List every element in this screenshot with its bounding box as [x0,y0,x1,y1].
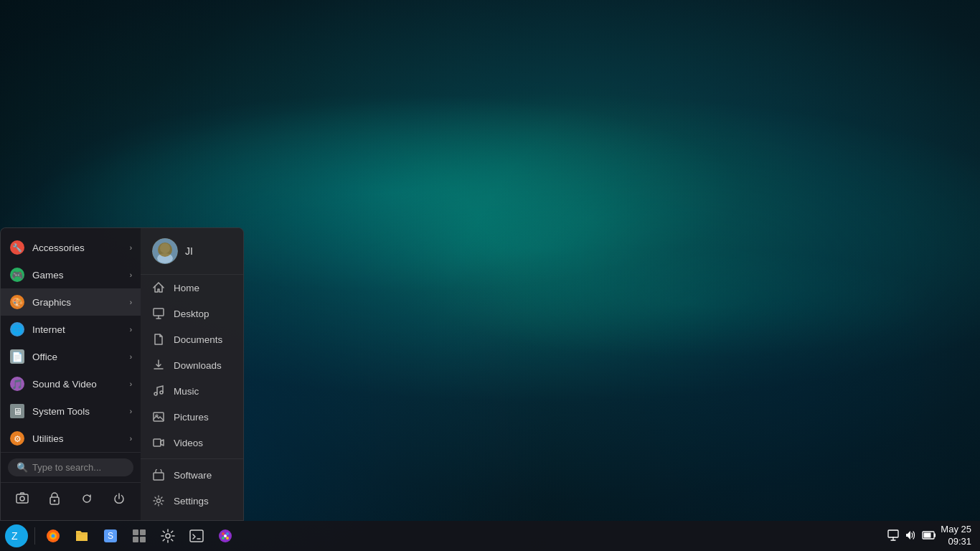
search-input[interactable] [32,462,125,473]
menu-item-games[interactable]: 🎮 Games › [1,261,141,288]
music-label: Music [174,386,199,397]
sound-video-arrow: › [130,380,132,388]
videos-label: Videos [174,438,203,448]
svg-rect-40 [140,537,146,542]
right-item-downloads[interactable]: Downloads [141,352,243,378]
svg-point-48 [224,534,227,537]
pictures-label: Pictures [174,412,209,423]
desktop-icon [152,307,165,320]
start-menu: 🔧 Accessories › 🎮 Games › [0,227,244,521]
svg-rect-37 [133,529,138,535]
search-icon: 🔍 [17,462,28,473]
svg-rect-42 [190,530,203,542]
menu-item-internet[interactable]: 🌐 Internet › [1,316,141,343]
svg-point-44 [222,532,225,535]
svg-text:🎵: 🎵 [11,378,24,390]
right-item-documents[interactable]: Documents [141,326,243,352]
user-section[interactable]: JI [141,228,243,275]
downloads-label: Downloads [174,360,222,371]
internet-arrow: › [130,326,132,334]
sound-icon[interactable] [905,529,916,543]
menu-item-utilities[interactable]: ⚙ Utilities › [1,425,141,452]
desktop-label: Desktop [174,309,209,319]
taskbar-settings[interactable] [154,522,182,550]
right-item-settings[interactable]: Settings [141,488,243,514]
utilities-icon: ⚙ [9,430,25,446]
svg-point-30 [157,499,161,503]
home-label: Home [174,283,199,293]
system-tools-icon: 🖥 [9,403,25,419]
svg-point-17 [20,496,24,501]
power-button[interactable] [108,487,131,510]
menu-item-accessories[interactable]: 🔧 Accessories › [1,234,141,261]
documents-label: Documents [174,334,222,345]
right-item-desktop[interactable]: Desktop [141,301,243,326]
system-tray-icons [887,529,936,543]
lock-button[interactable] [43,487,66,510]
battery-icon[interactable] [922,530,936,542]
menu-item-office[interactable]: 📄 Office › [1,343,141,370]
svg-rect-39 [133,537,138,542]
refresh-button[interactable] [75,487,98,510]
menu-left-panel: 🔧 Accessories › 🎮 Games › [1,228,141,520]
right-item-music[interactable]: Music [141,378,243,404]
svg-text:⚙: ⚙ [14,434,22,444]
right-item-home[interactable]: Home [141,275,243,301]
menu-item-sound-video[interactable]: 🎵 Sound & Video › [1,370,141,397]
svg-rect-51 [934,533,936,537]
svg-point-46 [222,537,225,540]
svg-text:🎮: 🎮 [11,269,24,281]
svg-point-41 [166,534,170,538]
internet-icon: 🌐 [9,321,25,337]
zorin-menu-button[interactable]: Z [3,522,30,550]
display-icon[interactable] [887,529,899,543]
office-arrow: › [130,353,132,361]
svg-point-22 [157,253,173,263]
software-label: Software [174,470,212,481]
taskbar-apps[interactable] [126,522,153,550]
svg-point-24 [154,392,157,395]
office-label: Office [32,352,123,362]
taskbar-software-center[interactable]: S [97,522,124,550]
screenshot-button[interactable] [11,487,34,510]
svg-point-25 [160,391,163,394]
graphics-arrow: › [130,298,132,306]
menu-item-system-tools[interactable]: 🖥 System Tools › [1,397,141,425]
clock-date: May 25 [941,524,971,536]
svg-text:S: S [108,531,113,541]
taskbar-palette[interactable] [212,522,239,550]
user-name: JI [185,245,193,257]
svg-text:🌐: 🌐 [11,324,24,336]
graphics-label: Graphics [32,297,123,308]
svg-rect-23 [154,309,164,316]
clock-time: 09:31 [948,536,971,548]
right-item-videos[interactable]: Videos [141,430,243,456]
internet-label: Internet [32,324,123,335]
svg-text:📄: 📄 [11,351,24,363]
desktop: 🔧 Accessories › 🎮 Games › [0,0,980,551]
search-wrap[interactable]: 🔍 [8,458,133,476]
svg-rect-49 [888,530,898,537]
taskbar-terminal[interactable] [183,522,210,550]
menu-item-graphics[interactable]: 🎨 Graphics › [1,288,141,316]
system-tools-label: System Tools [32,406,123,417]
svg-point-19 [54,500,56,502]
svg-point-45 [226,532,229,535]
taskbar-firefox[interactable] [39,522,67,550]
system-clock[interactable]: May 25 09:31 [941,524,971,548]
documents-icon [152,333,165,346]
svg-text:🔧: 🔧 [12,242,22,253]
games-icon: 🎮 [9,267,25,283]
right-item-software[interactable]: Software [141,462,243,488]
videos-icon [152,436,165,449]
taskbar-files[interactable] [68,522,95,550]
taskbar-left: Z [3,522,887,550]
utilities-label: Utilities [32,433,123,444]
sound-video-label: Sound & Video [32,379,123,390]
svg-point-34 [52,534,55,538]
menu-right-panel: JI Home Desktop [141,228,243,520]
games-label: Games [32,270,123,281]
svg-point-21 [160,243,170,253]
right-item-pictures[interactable]: Pictures [141,404,243,430]
home-icon [152,281,165,294]
